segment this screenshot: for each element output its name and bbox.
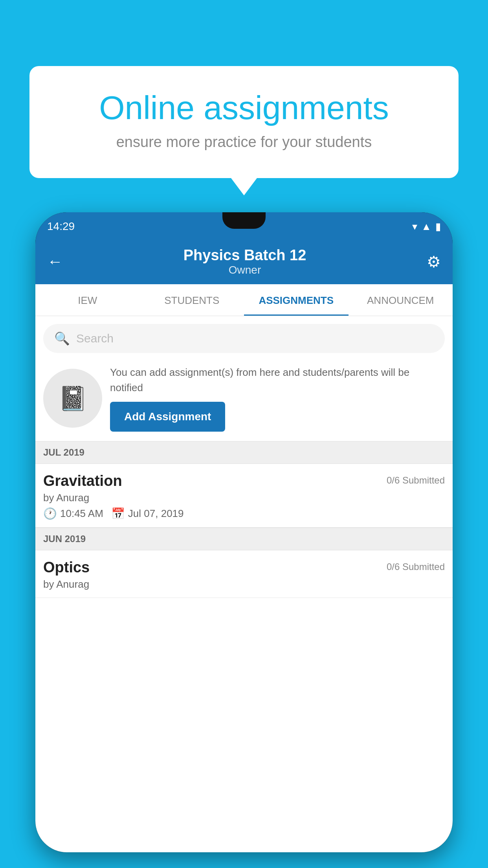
section-jul-2019: JUL 2019 <box>35 441 453 464</box>
phone-frame: 14:29 ▾ ▲ ▮ ← Physics Batch 12 Owner ⚙ I… <box>35 212 453 852</box>
assignment-name-optics: Optics <box>43 559 90 576</box>
bubble-subtitle: ensure more practice for your students <box>61 134 427 151</box>
tab-iew[interactable]: IEW <box>35 284 140 316</box>
section-jun-2019: JUN 2019 <box>35 528 453 550</box>
assignment-datetime-gravitation: 🕐 10:45 AM 📅 Jul 07, 2019 <box>43 507 445 520</box>
screen-content: 🔍 Search 📓 You can add assignment(s) fro… <box>35 316 453 852</box>
batch-title: Physics Batch 12 <box>63 247 427 264</box>
bubble-title: Online assignments <box>61 90 427 126</box>
signal-icon: ▲ <box>421 221 431 233</box>
tab-students[interactable]: STUDENTS <box>140 284 244 316</box>
add-assignment-button[interactable]: Add Assignment <box>110 402 225 432</box>
assignment-by-gravitation: by Anurag <box>43 492 445 504</box>
search-icon: 🔍 <box>54 331 70 346</box>
clock-icon: 🕐 <box>43 507 57 520</box>
promo-description: You can add assignment(s) from here and … <box>110 365 445 395</box>
settings-icon[interactable]: ⚙ <box>427 253 441 271</box>
calendar-icon: 📅 <box>111 507 125 520</box>
assignment-optics[interactable]: Optics 0/6 Submitted by Anurag <box>35 550 453 598</box>
status-time: 14:29 <box>47 220 75 233</box>
assignment-name-gravitation: Gravitation <box>43 473 122 489</box>
tab-assignments[interactable]: ASSIGNMENTS <box>244 284 349 316</box>
app-header: ← Physics Batch 12 Owner ⚙ <box>35 241 453 284</box>
assignment-submitted-optics: 0/6 Submitted <box>387 561 445 572</box>
batch-role: Owner <box>63 264 427 276</box>
back-button[interactable]: ← <box>47 253 63 270</box>
assignment-top-row-optics: Optics 0/6 Submitted <box>43 559 445 576</box>
date-value-gravitation: Jul 07, 2019 <box>128 508 184 520</box>
promo-icon-circle: 📓 <box>43 369 102 428</box>
status-icons: ▾ ▲ ▮ <box>412 221 441 233</box>
assignment-by-optics: by Anurag <box>43 578 445 590</box>
header-title-group: Physics Batch 12 Owner <box>63 247 427 276</box>
promo-right: You can add assignment(s) from here and … <box>110 365 445 432</box>
assignment-submitted-gravitation: 0/6 Submitted <box>387 475 445 486</box>
assignment-top-row: Gravitation 0/6 Submitted <box>43 473 445 489</box>
search-bar[interactable]: 🔍 Search <box>43 324 445 353</box>
promo-block: 📓 You can add assignment(s) from here an… <box>35 357 453 441</box>
tab-bar: IEW STUDENTS ASSIGNMENTS ANNOUNCEM <box>35 284 453 316</box>
notebook-icon: 📓 <box>58 384 88 412</box>
datetime-time-gravitation: 🕐 10:45 AM <box>43 507 103 520</box>
battery-icon: ▮ <box>435 221 441 233</box>
status-bar: 14:29 ▾ ▲ ▮ <box>35 212 453 241</box>
wifi-icon: ▾ <box>412 221 417 233</box>
tab-announcements[interactable]: ANNOUNCEM <box>349 284 453 316</box>
datetime-date-gravitation: 📅 Jul 07, 2019 <box>111 507 184 520</box>
speech-bubble: Online assignments ensure more practice … <box>29 66 459 178</box>
phone-notch <box>222 212 266 229</box>
assignment-gravitation[interactable]: Gravitation 0/6 Submitted by Anurag 🕐 10… <box>35 464 453 528</box>
search-placeholder: Search <box>76 332 114 345</box>
time-value-gravitation: 10:45 AM <box>60 508 103 520</box>
